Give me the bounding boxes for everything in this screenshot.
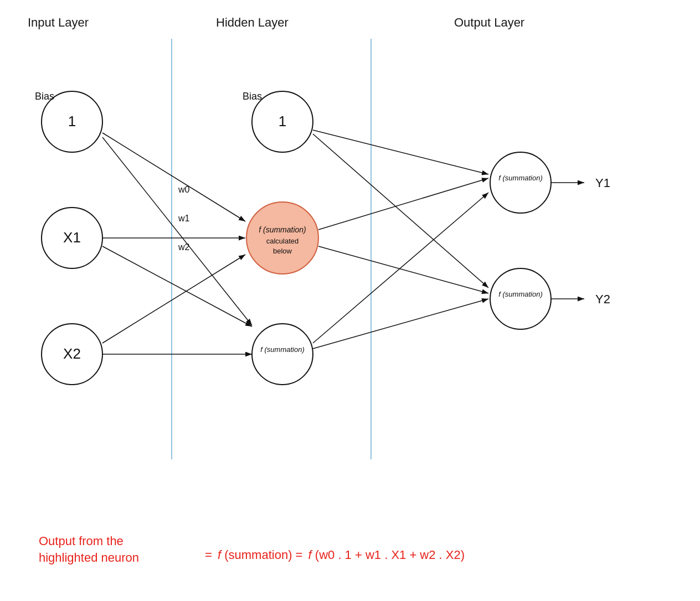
diagram-container: Input Layer Hidden Layer Output Layer bbox=[0, 0, 700, 601]
bottom-left-label-line1: Output from the bbox=[39, 534, 123, 548]
weight-w0-label: w0 bbox=[178, 185, 190, 194]
node-output-y2-label: f (summation) bbox=[498, 290, 542, 298]
conn-bias-h1 bbox=[102, 133, 245, 221]
node-hidden-h2 bbox=[252, 324, 313, 385]
node-hidden-h2-label: f (summation) bbox=[260, 345, 304, 354]
node-input-x1-label: X1 bbox=[63, 229, 81, 246]
conn-h1-y1 bbox=[318, 178, 488, 230]
node-input-x2-label: X2 bbox=[63, 345, 81, 362]
node-hidden-bias-label: 1 bbox=[279, 113, 286, 129]
output-y1-label: Y1 bbox=[595, 176, 610, 190]
conn-x1-h2 bbox=[102, 246, 252, 327]
node-output-y1-label: f (summation) bbox=[498, 174, 542, 182]
node-output-y2 bbox=[490, 268, 551, 329]
conn-h1-y2 bbox=[318, 246, 488, 293]
node-hidden-h1-label-calc: calculated bbox=[266, 237, 299, 245]
conn-x2-h1 bbox=[102, 255, 245, 343]
node-input-bias-sublabel: Bias bbox=[35, 91, 54, 102]
node-hidden-h1-label-f: f (summation) bbox=[259, 225, 306, 234]
bottom-formula: = f (summation) = f (w0 . 1 + w1 . X1 + … bbox=[205, 548, 465, 562]
conn-h2-y2 bbox=[313, 299, 488, 349]
conn-hbias-y1 bbox=[313, 130, 488, 174]
conn-hbias-y2 bbox=[313, 134, 488, 288]
bottom-left-label-line2: highlighted neuron bbox=[39, 551, 139, 564]
output-y2-label: Y2 bbox=[595, 292, 610, 306]
node-hidden-bias-sublabel: Bias bbox=[243, 91, 262, 102]
conn-h2-y1 bbox=[313, 193, 488, 343]
node-hidden-h1-label-below: below bbox=[273, 247, 292, 255]
node-input-bias-label: 1 bbox=[68, 113, 76, 129]
weight-w1-label: w1 bbox=[178, 214, 190, 223]
node-output-y1 bbox=[490, 152, 551, 213]
weight-w2-label: w2 bbox=[178, 242, 190, 252]
